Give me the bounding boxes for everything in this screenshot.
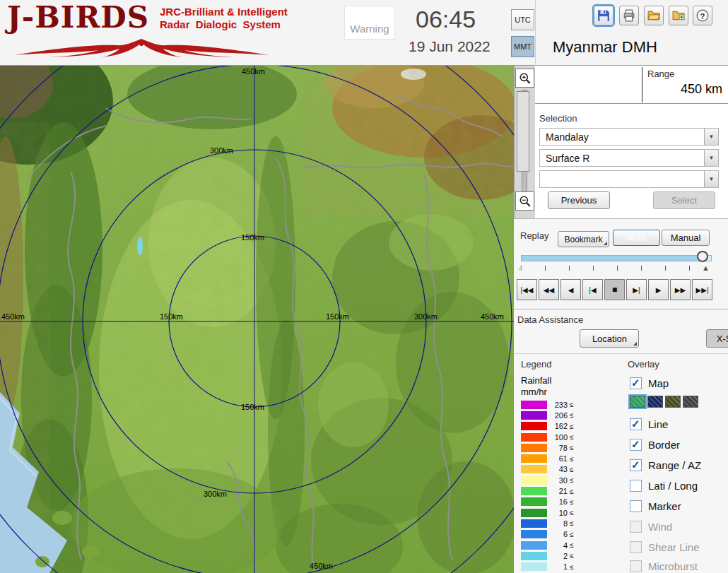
range-ring-label: 150km (326, 312, 349, 321)
transport-rewind-button[interactable]: ◀◀ (539, 279, 559, 300)
line-checkbox[interactable] (630, 418, 642, 430)
export-icon (672, 9, 685, 22)
replay-manual-button[interactable]: Manual (662, 230, 710, 246)
lati-long-checkbox[interactable] (630, 480, 642, 492)
legend-row: 8≤ (521, 518, 599, 528)
help-button[interactable]: ? (693, 6, 712, 25)
open-folder-icon (647, 9, 660, 22)
separator (514, 309, 728, 309)
svg-text:?: ? (700, 12, 705, 20)
zoom-in-button[interactable] (515, 69, 534, 88)
border-checkbox[interactable] (630, 439, 642, 451)
legend-color-swatch (521, 444, 547, 452)
range-cell-border (535, 103, 728, 104)
export-button[interactable] (669, 6, 688, 25)
print-button[interactable] (619, 6, 639, 25)
transport-play-reverse-button[interactable]: ◀ (560, 279, 581, 300)
extra-dropdown[interactable]: ▼ (539, 170, 719, 188)
transport-play-button[interactable]: ▶ (648, 279, 669, 300)
selection-label: Selection (539, 113, 577, 124)
map-style-swatch-green[interactable] (630, 396, 645, 408)
zoom-slider-thumb[interactable] (517, 91, 529, 172)
transport-fast-forward-button[interactable]: ▶▶ (670, 279, 691, 300)
timeline-end-marker-icon: ▲ (702, 264, 710, 272)
zoom-out-icon (519, 195, 532, 208)
map-style-swatch-gray[interactable] (683, 396, 698, 408)
zoom-in-icon (519, 72, 532, 85)
range-ring-label: 150km (241, 233, 264, 242)
location-button[interactable]: Location (580, 329, 639, 348)
x-section-button[interactable]: X-Section (706, 329, 728, 348)
replay-timeline-ticks (521, 266, 712, 271)
open-folder-button[interactable] (644, 6, 664, 25)
range-ring-label: 150km (160, 312, 183, 321)
range-ring-label: 450km (242, 67, 265, 76)
legend-color-swatch (521, 487, 547, 495)
previous-button[interactable]: Previous (548, 191, 610, 209)
clock-date: 19 Jun 2022 (409, 38, 491, 55)
overlay-label: Overlay (628, 359, 659, 370)
eagle-logo-icon (10, 35, 273, 58)
range-ring-label: 450km (481, 312, 504, 321)
range-ring-label: 450km (1, 312, 25, 321)
legend-row: 233≤ (521, 399, 599, 410)
legend-color-swatch (521, 509, 547, 517)
map-style-swatches (630, 394, 698, 408)
warning-indicator: Warning (344, 6, 395, 40)
transport-skip-start-button[interactable]: |◀◀ (517, 279, 537, 300)
station-title: Myanmar DMH (553, 38, 657, 57)
save-button[interactable] (594, 6, 613, 25)
legend-color-swatch (521, 552, 547, 560)
save-icon (597, 9, 610, 22)
legend-row: 6≤ (521, 529, 599, 540)
transport-step-forward-button[interactable]: ▶| (626, 279, 647, 300)
legend-row: 2≤ (521, 550, 599, 561)
data-assistance-label: Data Assistance (517, 314, 583, 325)
map-style-swatch-navy[interactable] (647, 396, 663, 408)
legend-color-swatch (521, 401, 547, 409)
replay-auto-button[interactable]: Auto (613, 230, 660, 246)
bookmark-button[interactable]: Bookmark (558, 231, 609, 247)
radar-map[interactable]: 450km 300km 150km 450km 150km 150km 300k… (0, 66, 514, 573)
help-icon: ? (696, 9, 709, 22)
replay-timeline-thumb[interactable] (697, 251, 708, 262)
legend-color-swatch (521, 465, 547, 473)
marker-checkbox[interactable] (630, 500, 642, 512)
range-ring-label: 450km (310, 562, 333, 570)
legend-color-swatch (521, 476, 547, 485)
transport-skip-end-button[interactable]: ▶▶| (692, 279, 712, 300)
map-style-swatch-olive[interactable] (665, 396, 681, 408)
overlay-row-microburst: Microburst (630, 559, 698, 573)
site-dropdown-value: Mandalay (540, 131, 704, 143)
legend-color-swatch (521, 497, 547, 506)
zoom-out-button[interactable] (515, 191, 534, 211)
replay-timeline-track[interactable] (521, 255, 712, 261)
microburst-checkbox (630, 560, 642, 572)
site-dropdown[interactable]: Mandalay ▼ (539, 128, 719, 146)
legend-label: Legend (521, 359, 551, 370)
product-dropdown[interactable]: Surface R ▼ (539, 149, 719, 167)
legend-unit-line1: Rainfall (521, 375, 551, 386)
overlay-row-shear-line: Shear Line (630, 540, 700, 554)
tz-mmt-button[interactable]: MMT (511, 36, 534, 57)
chevron-down-icon[interactable]: ▼ (704, 129, 718, 145)
print-icon (623, 9, 635, 22)
legend-row: 162≤ (521, 421, 599, 432)
select-button[interactable]: Select (653, 191, 715, 209)
range-ring-label: 300km (204, 490, 227, 498)
clock-time: 06:45 (416, 6, 476, 33)
map-checkbox[interactable] (630, 377, 642, 389)
chevron-down-icon[interactable]: ▼ (704, 150, 718, 166)
legend-row: 100≤ (521, 432, 599, 442)
jbirds-app: J-BIRDS JRC-Brilliant & Intelligent Rada… (0, 0, 728, 573)
tz-utc-button[interactable]: UTC (511, 9, 534, 30)
range-az-checkbox[interactable] (630, 459, 642, 471)
transport-stop-button[interactable]: ■ (604, 279, 625, 300)
transport-step-back-button[interactable]: |◀ (582, 279, 603, 300)
legend-row: 61≤ (521, 453, 599, 463)
wind-checkbox (630, 521, 642, 533)
chevron-down-icon[interactable]: ▼ (704, 171, 718, 187)
legend-unit-line2: mm/hr (521, 386, 547, 397)
header-divider (535, 0, 536, 66)
overlay-row-range-az: Range / AZ (630, 458, 701, 472)
